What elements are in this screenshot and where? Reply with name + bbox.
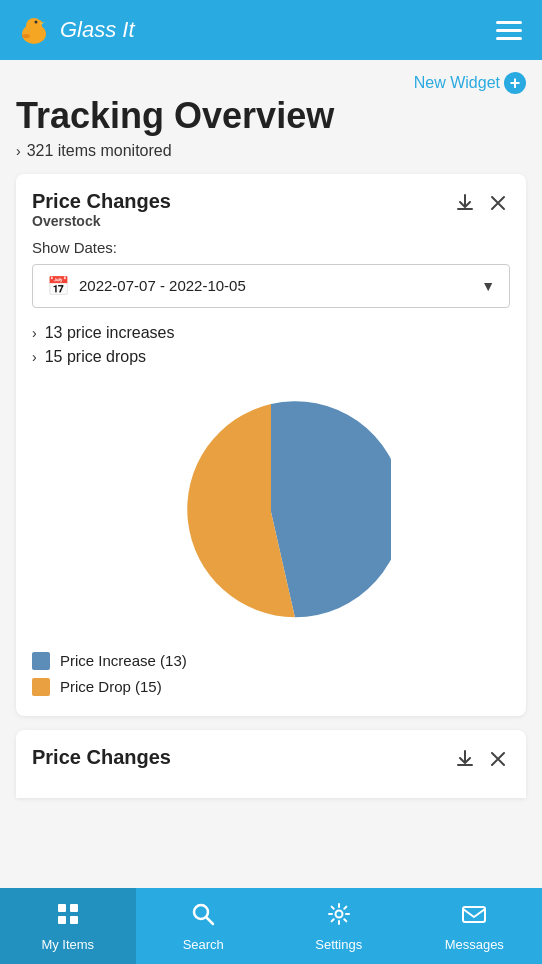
dropdown-arrow-icon: ▼ [481,278,495,294]
price-increases-text: 13 price increases [45,324,175,342]
logo-duck-icon [16,12,52,48]
nav-messages-label: Messages [445,937,504,952]
nav-settings[interactable]: Settings [271,888,407,964]
legend-drop-item: Price Drop (15) [32,678,510,696]
download-button[interactable] [452,190,478,216]
date-range-text: 2022-07-07 - 2022-10-05 [79,277,471,294]
widget2-close-button[interactable] [486,747,510,771]
nav-my-items[interactable]: My Items [0,888,136,964]
widget2-download-icon [454,748,476,770]
legend-increase-item: Price Increase (13) [32,652,510,670]
new-widget-button[interactable]: New Widget + [414,72,526,94]
nav-messages[interactable]: Messages [407,888,543,964]
pie-chart-container [32,372,510,642]
widget-title-group: Price Changes Overstock [32,190,171,229]
price-changes-widget-2: Price Changes [16,730,526,798]
gear-icon [326,901,352,933]
my-items-icon [55,901,81,933]
svg-rect-8 [58,916,66,924]
stat1-chevron-icon: › [32,325,37,341]
page-header: New Widget + Tracking Overview › 321 ite… [16,60,526,160]
page-title: Tracking Overview [16,96,526,136]
price-increases-stat: › 13 price increases [32,324,510,342]
logo-area: Glass It [16,12,135,48]
legend-drop-label: Price Drop (15) [60,678,162,695]
price-drops-text: 15 price drops [45,348,146,366]
nav-settings-label: Settings [315,937,362,952]
pie-increase-slice [271,401,391,617]
price-drops-stat: › 15 price drops [32,348,510,366]
svg-rect-9 [70,916,78,924]
widget-actions [452,190,510,216]
widget-card-header: Price Changes Overstock [32,190,510,229]
download-icon [454,192,476,214]
pie-chart [151,392,391,632]
page-content: New Widget + Tracking Overview › 321 ite… [0,60,542,888]
stat2-chevron-icon: › [32,349,37,365]
nav-my-items-label: My Items [41,937,94,952]
close-button[interactable] [486,191,510,215]
hamburger-button[interactable] [492,17,526,44]
new-widget-label: New Widget [414,74,500,92]
widget-title: Price Changes [32,190,171,213]
bottom-nav: My Items Search Settings Messages [0,888,542,964]
svg-rect-6 [58,904,66,912]
items-count-row: › 321 items monitored [16,142,526,160]
legend-increase-color [32,652,50,670]
nav-search-label: Search [183,937,224,952]
hamburger-line-2 [496,29,522,32]
calendar-icon: 📅 [47,275,69,297]
widget2-close-icon [488,749,508,769]
widget2-card-header: Price Changes [32,746,510,772]
svg-point-3 [35,21,38,24]
hamburger-line-1 [496,21,522,24]
widget2-download-button[interactable] [452,746,478,772]
chart-legend: Price Increase (13) Price Drop (15) [32,642,510,700]
logo-text: Glass It [60,17,135,43]
svg-rect-7 [70,904,78,912]
search-icon [190,901,216,933]
chevron-right-icon: › [16,143,21,159]
svg-point-11 [335,910,342,917]
new-widget-plus-icon: + [504,72,526,94]
items-count-text: 321 items monitored [27,142,172,160]
close-icon [488,193,508,213]
legend-increase-label: Price Increase (13) [60,652,187,669]
legend-drop-color [32,678,50,696]
price-changes-widget-1: Price Changes Overstock Show Da [16,174,526,716]
widget2-actions [452,746,510,772]
widget2-title-group: Price Changes [32,746,171,769]
widget2-title: Price Changes [32,746,171,769]
envelope-icon [461,901,487,933]
new-widget-row: New Widget + [16,72,526,94]
hamburger-line-3 [496,37,522,40]
widget-subtitle: Overstock [32,213,171,229]
nav-search[interactable]: Search [136,888,272,964]
show-dates-label: Show Dates: [32,239,510,256]
svg-point-5 [22,34,30,38]
top-bar: Glass It [0,0,542,60]
date-selector[interactable]: 📅 2022-07-07 - 2022-10-05 ▼ [32,264,510,308]
svg-rect-12 [463,907,485,922]
